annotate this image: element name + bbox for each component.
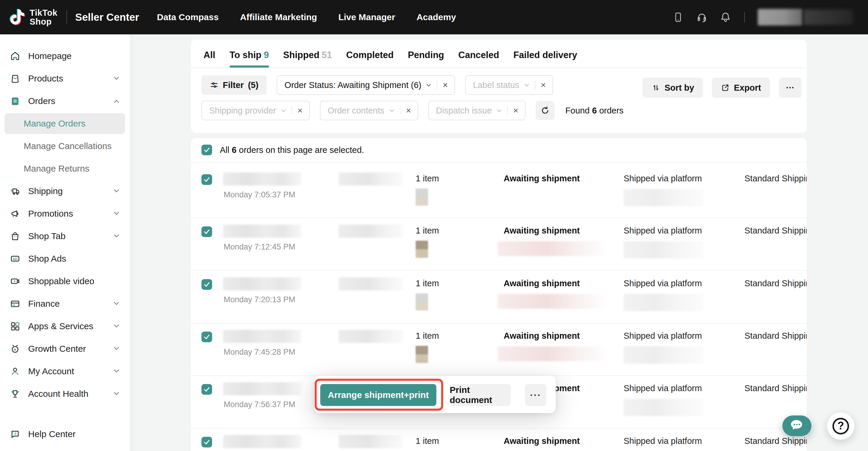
filter-chip-shipping-provider[interactable]: Shipping provider [202,101,310,120]
popup-more-button[interactable]: ··· [525,384,546,406]
topbar-divider [66,11,67,24]
account-name-redacted[interactable] [758,9,853,26]
sidebar-item-my-account[interactable]: My Account [0,360,130,383]
sidebar-item-shoppable-video[interactable]: Shoppable video [0,270,130,293]
order-checkbox[interactable] [202,174,212,185]
support-headset-icon[interactable] [696,11,707,23]
order-checkbox[interactable] [202,437,212,447]
more-actions-button[interactable]: ··· [779,78,802,98]
shop-tab-bag-icon [10,231,21,241]
sidebar-item-shipping[interactable]: Shipping [0,180,130,202]
tiktok-shop-logo[interactable]: TikTok Shop [9,8,58,26]
chip-divider [535,81,535,89]
product-thumbnail-redacted [415,241,428,258]
filter-button[interactable]: Filter (5) [202,75,267,95]
sidebar-item-shop-tab[interactable]: Shop Tab [0,225,130,247]
sidebar-scroll-track[interactable] [130,34,134,451]
chevron-up-icon [112,96,121,106]
shipping-truck-icon [10,186,21,197]
shipping-method: Shipped via platform [624,174,702,183]
ellipsis-icon: ··· [786,83,795,93]
topnav-data-compass[interactable]: Data Compass [157,12,219,22]
refresh-button[interactable] [536,101,555,120]
sidebar-item-growth-center[interactable]: Growth Center [0,337,130,360]
sidebar-item-homepage[interactable]: Homepage [0,45,130,67]
export-button[interactable]: Export [712,78,770,98]
shoppable-video-icon [10,276,21,287]
order-checkbox[interactable] [202,227,212,237]
order-id-redacted [223,382,301,395]
sidebar-item-orders[interactable]: Orders [0,90,130,112]
chat-button[interactable] [782,416,811,436]
notifications-bell-icon[interactable] [720,11,731,23]
topnav-affiliate-marketing[interactable]: Affiliate Marketing [240,12,317,22]
order-id-redacted [223,435,301,448]
my-account-person-icon [10,366,21,377]
tab-completed[interactable]: Completed [346,50,394,67]
remove-filter-icon[interactable] [539,81,547,89]
dispatch-issue-redacted [498,241,608,256]
order-id-redacted [223,330,301,343]
sidebar-item-apps-services[interactable]: Apps & Services [0,315,130,337]
remove-filter-icon[interactable] [441,81,449,89]
tab-shipped-count: 51 [322,50,332,60]
sidebar-item-help-center[interactable]: ? Help Center [0,423,130,445]
sidebar-item-account-health[interactable]: Account Health [0,383,130,405]
select-all-checkbox[interactable] [202,145,212,155]
tab-canceled[interactable]: Canceled [458,50,499,67]
chevron-down-icon [112,186,121,196]
chip-divider [291,107,292,115]
filter-chip-order-status[interactable]: Order Status: Awaiting Shipment (6) [277,75,455,95]
sidebar-item-manage-returns[interactable]: Manage Returns [0,157,130,180]
check-icon [203,333,211,341]
help-button[interactable]: ? [827,413,855,440]
chevron-down-icon [112,389,121,399]
check-icon [203,281,211,288]
shop-ads-icon: AD [10,253,21,264]
chevron-down-icon [112,344,121,354]
chevron-down-icon [112,299,121,309]
order-checkbox[interactable] [202,332,212,342]
remove-filter-icon[interactable] [405,107,412,114]
arrange-shipment-print-button[interactable]: Arrange shipment+print [320,384,436,406]
filter-sliders-icon [210,81,219,89]
product-thumbnail-redacted [415,188,428,206]
tab-to-ship[interactable]: To ship9 [229,50,269,67]
promotions-megaphone-icon [10,208,21,219]
filter-chip-order-contents[interactable]: Order contents [320,101,418,120]
chevron-down-icon [495,107,503,114]
order-row: Monday 7:20:13 PM 1 item Awaiting shipme… [191,271,807,324]
sidebar-item-products[interactable]: Products [0,67,130,90]
seller-center-title[interactable]: Seller Center [75,11,139,23]
bulk-action-popup: Arrange shipment+print Print document ··… [314,376,556,413]
check-icon [203,146,211,154]
shipping-info-redacted [624,399,704,416]
filter-chip-label-status[interactable]: Label status [465,75,553,95]
remove-filter-icon[interactable] [296,107,304,114]
shipping-option: Standard Shipping [744,436,807,446]
shipping-option: Standard Shipping [744,226,807,236]
sidebar-item-manage-cancellations[interactable]: Manage Cancellations [0,135,130,157]
order-checkbox[interactable] [202,279,212,290]
topnav-academy[interactable]: Academy [416,12,456,22]
sidebar-item-finance[interactable]: Finance [0,293,130,315]
sidebar-item-shop-ads[interactable]: AD Shop Ads [0,247,130,270]
chevron-down-icon [112,321,121,331]
sidebar-item-promotions[interactable]: Promotions [0,202,130,225]
remove-filter-icon[interactable] [512,107,520,114]
print-document-button[interactable]: Print document [450,384,511,406]
shipping-method: Shipped via platform [624,278,702,288]
sort-by-button[interactable]: Sort by [643,78,703,98]
tab-failed-delivery[interactable]: Failed delivery [514,50,577,67]
tab-shipped[interactable]: Shipped51 [283,50,332,67]
tab-pending[interactable]: Pending [408,50,444,67]
svg-text:AD: AD [13,257,18,261]
mobile-app-icon[interactable] [673,11,684,23]
tab-all[interactable]: All [204,50,215,67]
topnav-live-manager[interactable]: Live Manager [338,12,395,22]
order-row: 1 item Awaiting shipment Shipped via pla… [191,428,807,451]
sidebar-item-manage-orders[interactable]: Manage Orders [0,112,130,135]
filter-chip-dispatch-issue[interactable]: Dispatch issue [428,101,526,120]
order-checkbox[interactable] [202,384,212,395]
check-icon [203,228,211,236]
